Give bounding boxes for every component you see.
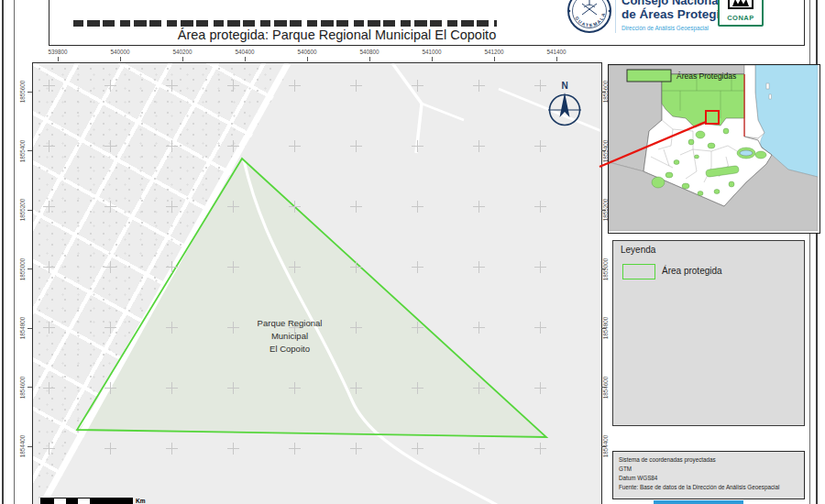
- grid-cross: [534, 261, 546, 273]
- org-subtitle: Dirección de Análisis Geoespacial: [622, 25, 709, 31]
- x-axis-label: 540800: [359, 49, 379, 55]
- x-axis-tick: [494, 57, 495, 61]
- grid-cross: [227, 140, 239, 152]
- guatemala-inset-svg: Áreas Protegidas: [609, 65, 818, 231]
- y-axis-tick-right: [601, 387, 606, 388]
- x-axis-label: 539800: [48, 49, 67, 55]
- x-axis-tick: [120, 57, 121, 61]
- grid-cross: [166, 140, 178, 152]
- grid-cross: [534, 443, 546, 455]
- y-axis-tick-left: [28, 150, 32, 151]
- x-axis-label: 540600: [297, 49, 316, 55]
- grid-cross: [104, 261, 116, 273]
- y-axis-tick-right: [601, 92, 606, 93]
- road-branch: [422, 104, 464, 120]
- grid-cross: [104, 140, 116, 152]
- grid-cross: [412, 443, 424, 455]
- grid-cross: [43, 443, 55, 455]
- grid-cross: [412, 201, 424, 213]
- grid-cross: [289, 382, 301, 394]
- y-axis-label-left: 1855400: [19, 139, 26, 162]
- clipped-blue-element: [654, 500, 743, 504]
- y-axis-tick-left: [28, 387, 32, 388]
- scale-unit-label: Km: [136, 498, 145, 504]
- y-axis-label-left: 1855600: [19, 81, 26, 104]
- inset-legend-label: Áreas Protegidas: [676, 71, 736, 81]
- y-axis-label-left: 1855000: [19, 257, 26, 280]
- x-axis-label: 540200: [172, 49, 192, 55]
- y-axis-tick-left: [28, 268, 32, 269]
- map-document-page: Área protegida: Parque Regional Municipa…: [0, 0, 825, 504]
- x-axis-label: 541400: [546, 49, 566, 55]
- grid-cross: [534, 140, 546, 152]
- grid-cross: [227, 201, 239, 213]
- x-axis-tick: [369, 57, 370, 61]
- x-axis-tick: [58, 57, 59, 61]
- grid-cross: [350, 443, 362, 455]
- map-title: Área protegida: Parque Regional Municipa…: [69, 27, 605, 42]
- y-axis-tick-right: [601, 210, 606, 211]
- grid-cross: [43, 322, 55, 334]
- grid-cross: [43, 261, 55, 273]
- legend-panel: Leyenda Área protegida: [612, 240, 805, 426]
- grid-cross: [473, 140, 485, 152]
- x-axis-tick: [245, 57, 246, 61]
- park-name-line: Parque Regional: [216, 317, 363, 330]
- grid-cross: [227, 382, 239, 394]
- x-axis-label: 540400: [235, 49, 254, 55]
- grid-cross: [412, 140, 424, 152]
- y-axis-tick-left: [28, 210, 32, 211]
- grid-cross: [289, 261, 301, 273]
- org-name-line1: Consejo Nacional: [622, 0, 721, 7]
- legend-swatch-protected-area: [622, 264, 655, 279]
- grid-cross: [227, 443, 239, 455]
- conap-emblem-icon: [728, 0, 754, 9]
- grid-cross: [166, 261, 178, 273]
- y-axis-tick-right: [601, 150, 606, 151]
- y-axis-tick-left: [28, 92, 32, 93]
- map-features-svg: [33, 63, 601, 504]
- scale-bar: [40, 498, 133, 504]
- grid-cross: [289, 443, 301, 455]
- grid-cross: [473, 80, 485, 92]
- x-axis-label: 541000: [422, 49, 441, 55]
- grid-cross: [289, 201, 301, 213]
- x-axis-label: 540000: [110, 49, 129, 55]
- grid-cross: [412, 261, 424, 273]
- y-axis-tick-right: [601, 268, 606, 269]
- y-axis-tick-left: [28, 446, 32, 447]
- grid-cross: [350, 261, 362, 273]
- grid-cross: [473, 443, 485, 455]
- grid-cross: [289, 140, 301, 152]
- grid-cross: [104, 382, 116, 394]
- grid-cross: [227, 80, 239, 92]
- grid-cross: [473, 201, 485, 213]
- park-name-label: Parque RegionalMunicipalEl Copoito: [216, 317, 363, 355]
- grid-cross: [166, 322, 178, 334]
- grid-cross: [473, 261, 485, 273]
- park-name-line: Municipal: [216, 330, 363, 343]
- grid-cross: [350, 140, 362, 152]
- legend-item-label: Área protegida: [662, 266, 722, 276]
- header-separator: [615, 0, 616, 33]
- park-name-line: El Copoito: [216, 343, 363, 356]
- grid-cross: [166, 80, 178, 92]
- grid-cross: [534, 201, 546, 213]
- info-line: Datum WGS84: [619, 474, 798, 483]
- grid-cross: [104, 322, 116, 334]
- y-axis-label-left: 1854400: [19, 435, 26, 458]
- grid-cross: [104, 80, 116, 92]
- grid-cross: [43, 80, 55, 92]
- grid-cross: [473, 322, 485, 334]
- grid-cross: [104, 443, 116, 455]
- grid-cross: [473, 382, 485, 394]
- grid-cross: [412, 322, 424, 334]
- grid-cross: [412, 382, 424, 394]
- info-panel: Sistema de coordenadas proyectadasGTMDat…: [612, 451, 805, 499]
- y-axis-tick-right: [601, 446, 606, 447]
- grid-cross: [104, 201, 116, 213]
- inset-map: Áreas Protegidas: [608, 64, 820, 234]
- grid-cross: [350, 201, 362, 213]
- conap-logo: CONAP: [718, 0, 764, 27]
- info-line: GTM: [619, 465, 798, 474]
